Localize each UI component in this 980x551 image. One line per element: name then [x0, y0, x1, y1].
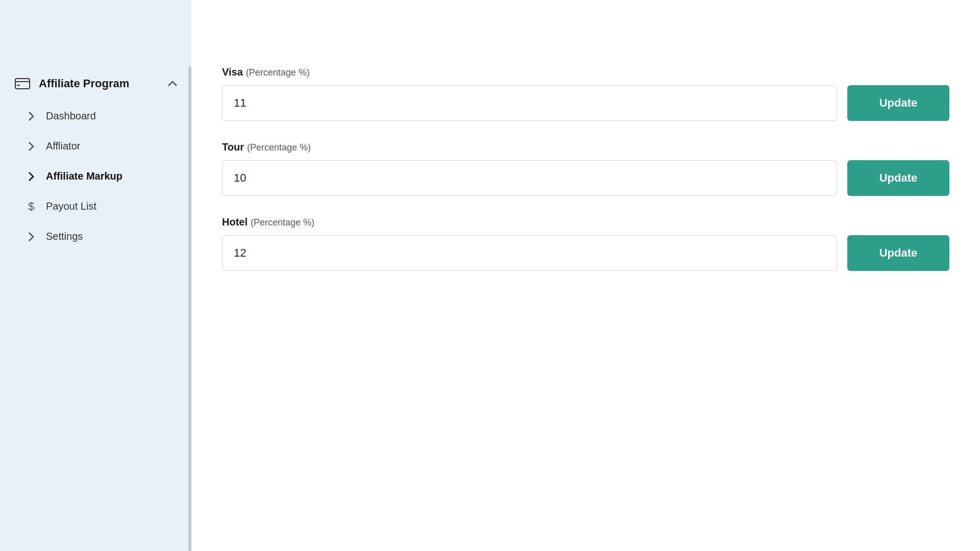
dollar-icon: $ [26, 201, 37, 212]
tour-input[interactable] [222, 160, 837, 196]
hotel-label: Hotel(Percentage %) [222, 216, 949, 228]
sidebar-item-label: Dashboard [46, 110, 96, 122]
sidebar-scrollbar[interactable] [188, 66, 191, 551]
chevron-up-icon [168, 79, 177, 88]
visa-label-main: Visa [222, 66, 243, 78]
sidebar-item-label: Affiliate Markup [46, 170, 122, 182]
main-content: Visa(Percentage %) Update Tour(Percentag… [191, 0, 980, 551]
visa-update-button[interactable]: Update [847, 85, 949, 121]
visa-label: Visa(Percentage %) [222, 66, 949, 78]
hotel-markup-row: Hotel(Percentage %) Update [222, 216, 949, 271]
hotel-input-group: Update [222, 235, 949, 271]
chevron-right-icon [26, 171, 37, 182]
hotel-input[interactable] [222, 235, 837, 271]
sidebar-item-settings[interactable]: Settings [0, 221, 191, 252]
hotel-update-button[interactable]: Update [847, 235, 949, 271]
sidebar-item-affiliate-markup[interactable]: Affiliate Markup [0, 161, 191, 191]
sidebar-item-payout-list[interactable]: $ Payout List [0, 191, 191, 221]
tour-label-sub: (Percentage %) [247, 142, 311, 153]
sidebar-section-header[interactable]: Affiliate Program [0, 66, 191, 101]
tour-label: Tour(Percentage %) [222, 141, 949, 153]
tour-label-main: Tour [222, 141, 244, 153]
sidebar-item-label: Payout List [46, 201, 96, 212]
sidebar-item-dashboard[interactable]: Dashboard [0, 101, 191, 131]
card-icon [14, 76, 31, 92]
chevron-right-icon [26, 141, 37, 152]
visa-markup-row: Visa(Percentage %) Update [222, 66, 949, 121]
tour-markup-row: Tour(Percentage %) Update [222, 141, 949, 196]
sidebar-section-title: Affiliate Program [39, 77, 160, 90]
chevron-right-icon [26, 231, 37, 242]
visa-label-sub: (Percentage %) [246, 67, 310, 78]
tour-update-button[interactable]: Update [847, 160, 949, 196]
sidebar-item-label: Affliator [46, 140, 80, 152]
hotel-label-sub: (Percentage %) [251, 217, 314, 228]
chevron-right-icon [26, 111, 37, 122]
sidebar-item-label: Settings [46, 231, 83, 242]
svg-rect-0 [15, 79, 30, 89]
hotel-label-main: Hotel [222, 216, 248, 228]
tour-input-group: Update [222, 160, 949, 196]
sidebar: Affiliate Program Dashboard Affliator [0, 0, 191, 551]
visa-input[interactable] [222, 85, 837, 121]
visa-input-group: Update [222, 85, 949, 121]
sidebar-item-affliator[interactable]: Affliator [0, 131, 191, 161]
